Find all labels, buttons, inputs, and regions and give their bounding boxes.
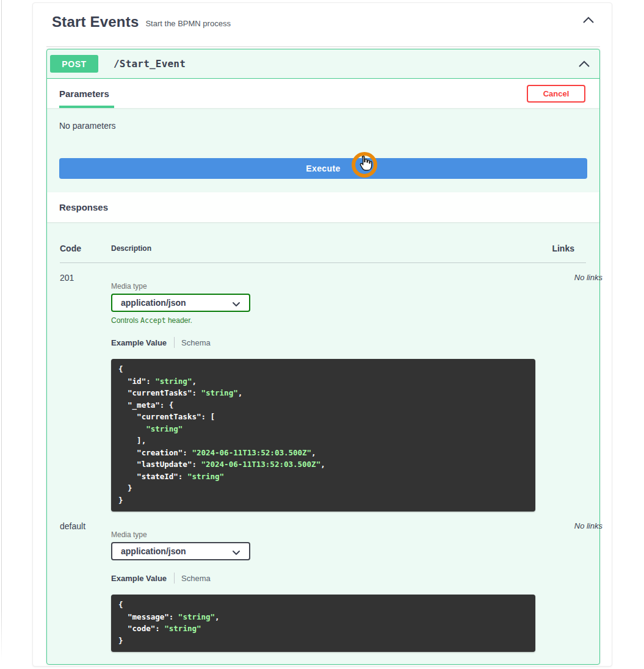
chevron-down-icon xyxy=(232,548,241,557)
swagger-card: Start Events Start the BPMN process POST… xyxy=(32,2,612,667)
parameters-tab-label: Parameters xyxy=(59,89,109,99)
response-row-default: default Media type application/json Exam… xyxy=(60,512,586,652)
tab-schema[interactable]: Schema xyxy=(181,574,211,583)
cancel-button[interactable]: Cancel xyxy=(527,85,585,103)
responses-section-header: Responses xyxy=(47,192,599,222)
response-description-cell: Media type application/json Example Valu… xyxy=(111,521,535,652)
column-header-description: Description xyxy=(111,244,519,253)
responses-title: Responses xyxy=(59,202,108,212)
tag-section-header: Start Events Start the BPMN process xyxy=(33,3,612,31)
parameters-tab-underline xyxy=(59,106,114,108)
accept-note-code: Accept xyxy=(140,316,166,325)
accept-note-suffix: header. xyxy=(166,316,192,325)
chevron-up-icon xyxy=(582,16,595,24)
chevron-down-icon xyxy=(232,299,241,309)
tabs-separator xyxy=(174,573,175,584)
parameters-tab-header: Parameters Cancel xyxy=(47,79,599,108)
opblock-collapse-button[interactable] xyxy=(576,59,592,70)
tab-parameters[interactable]: Parameters xyxy=(59,79,109,108)
media-type-select[interactable]: application/json xyxy=(111,542,250,560)
section-collapse-button[interactable] xyxy=(581,15,596,26)
section-subtitle: Start the BPMN process xyxy=(145,13,230,28)
tab-example-value[interactable]: Example Value xyxy=(111,574,167,583)
responses-table: Code Description Links 201 Media type ap… xyxy=(47,222,599,664)
page-left-edge-line xyxy=(1,0,2,660)
response-code: 201 xyxy=(60,273,111,512)
execute-row: Execute xyxy=(59,158,587,179)
chevron-up-icon xyxy=(577,60,591,68)
tabs-separator xyxy=(174,337,175,348)
accept-note-prefix: Controls xyxy=(111,316,140,325)
response-code: default xyxy=(60,521,111,652)
example-schema-tabs: Example Value Schema xyxy=(111,573,535,584)
media-type-label: Media type xyxy=(111,282,535,291)
tag-divider xyxy=(46,46,600,47)
http-method-badge: POST xyxy=(50,55,98,73)
opblock-summary[interactable]: POST /Start_Event xyxy=(47,49,599,79)
media-type-select[interactable]: application/json xyxy=(111,294,250,312)
operation-path: /Start_Event xyxy=(114,58,186,70)
example-json-block: { "id": "string", "currentTasks": "strin… xyxy=(111,359,535,512)
response-description-cell: Media type application/json Controls Acc… xyxy=(111,273,535,512)
media-type-label: Media type xyxy=(111,530,535,539)
media-type-selected-value: application/json xyxy=(121,298,186,308)
response-links: No links xyxy=(535,273,602,512)
responses-table-head: Code Description Links xyxy=(60,244,586,253)
response-links: No links xyxy=(535,521,602,652)
response-row-201: 201 Media type application/json Controls… xyxy=(60,263,586,512)
accept-header-note: Controls Accept header. xyxy=(111,316,535,325)
parameters-body: No parameters Execute xyxy=(47,108,599,192)
example-json-block: { "message": "string", "code": "string"} xyxy=(111,595,535,652)
example-schema-tabs: Example Value Schema xyxy=(111,337,535,348)
tab-schema[interactable]: Schema xyxy=(181,338,211,347)
opblock-post-start-event: POST /Start_Event Parameters Cancel No p… xyxy=(46,49,600,665)
media-type-selected-value: application/json xyxy=(121,546,186,556)
column-header-links: Links xyxy=(519,244,586,253)
execute-button[interactable]: Execute xyxy=(59,158,587,179)
tab-example-value[interactable]: Example Value xyxy=(111,338,167,347)
no-parameters-message: No parameters xyxy=(59,121,587,131)
section-title: Start Events xyxy=(52,13,139,31)
column-header-code: Code xyxy=(60,244,111,253)
